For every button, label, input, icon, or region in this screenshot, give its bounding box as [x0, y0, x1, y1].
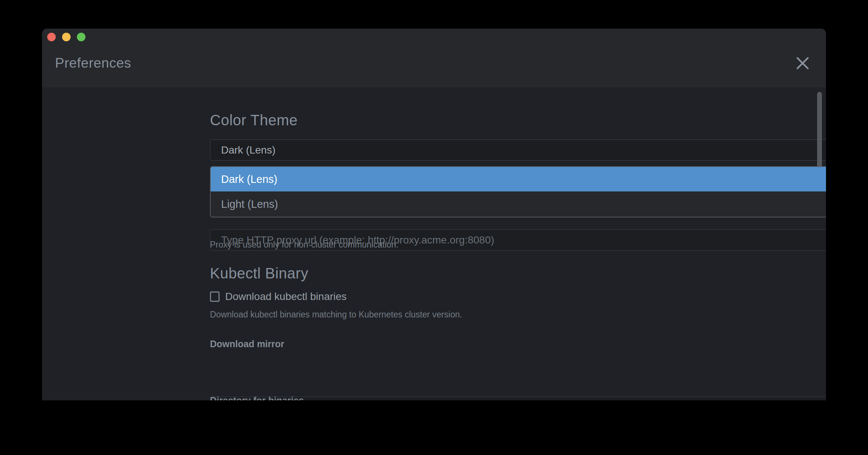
- close-button[interactable]: [793, 54, 812, 72]
- preferences-window: Preferences Color Theme Dark (Lens) Type…: [42, 29, 826, 400]
- kubectl-binary-heading: Kubectl Binary: [210, 265, 648, 282]
- dropdown-option-dark[interactable]: Dark (Lens): [211, 167, 826, 191]
- proxy-description: Proxy is used only for non-cluster commu…: [210, 240, 648, 250]
- dropdown-option-light[interactable]: Light (Lens): [211, 191, 826, 217]
- traffic-close-button[interactable]: [47, 33, 56, 41]
- page-title: Preferences: [55, 55, 131, 71]
- checkbox-unchecked-icon[interactable]: [210, 291, 220, 302]
- close-icon: [795, 56, 810, 71]
- titlebar: Preferences: [42, 29, 826, 87]
- color-theme-select-value: Dark (Lens): [221, 144, 275, 156]
- color-theme-select[interactable]: Dark (Lens): [210, 139, 826, 161]
- preferences-content: Color Theme Dark (Lens) Type HTTP proxy …: [42, 87, 826, 400]
- traffic-zoom-button[interactable]: [77, 33, 85, 41]
- color-theme-dropdown: Dark (Lens) Light (Lens): [210, 166, 826, 217]
- traffic-lights: [47, 33, 85, 41]
- download-kubectl-checkbox-row[interactable]: Download kubectl binaries: [210, 291, 648, 303]
- download-kubectl-label: Download kubectl binaries: [225, 291, 347, 303]
- color-theme-heading: Color Theme: [210, 112, 648, 129]
- traffic-minimize-button[interactable]: [62, 33, 71, 41]
- directory-binaries-label: Directory for binaries: [210, 395, 648, 400]
- kubectl-description: Download kubectl binaries matching to Ku…: [210, 310, 648, 320]
- download-mirror-label: Download mirror: [210, 339, 648, 349]
